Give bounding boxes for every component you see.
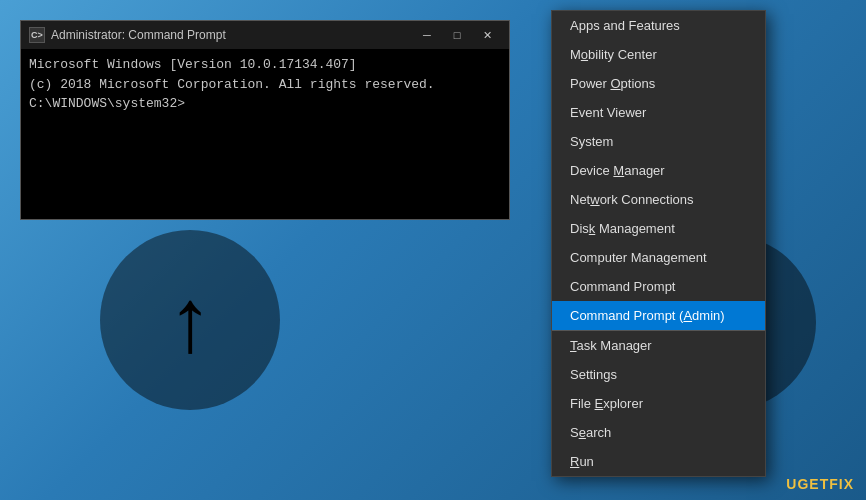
menu-item-settings[interactable]: Settings [552,360,765,389]
cmd-window-icon: C> [29,27,45,43]
context-menu: Apps and FeaturesMobility CenterPower Op… [551,10,766,477]
cmd-title-text: Administrator: Command Prompt [51,28,407,42]
cmd-body: Microsoft Windows [Version 10.0.17134.40… [21,49,509,219]
menu-item-computer-management[interactable]: Computer Management [552,243,765,272]
menu-item-apps-features[interactable]: Apps and Features [552,11,765,40]
cmd-window: C> Administrator: Command Prompt ─ □ ✕ M… [20,20,510,220]
menu-item-task-manager[interactable]: Task Manager [552,330,765,360]
decorative-circle-left: ↑ [100,230,280,410]
cmd-controls: ─ □ ✕ [413,25,501,45]
menu-item-command-prompt[interactable]: Command Prompt [552,272,765,301]
menu-item-power-options[interactable]: Power Options [552,69,765,98]
cmd-line1: Microsoft Windows [Version 10.0.17134.40… [29,55,501,75]
menu-item-system[interactable]: System [552,127,765,156]
menu-item-run[interactable]: Run [552,447,765,476]
cmd-titlebar: C> Administrator: Command Prompt ─ □ ✕ [21,21,509,49]
cmd-line2: (c) 2018 Microsoft Corporation. All righ… [29,75,501,95]
cmd-line4: C:\WINDOWS\system32> [29,94,501,114]
menu-item-command-prompt-admin[interactable]: Command Prompt (Admin) [552,301,765,330]
menu-item-device-manager[interactable]: Device Manager [552,156,765,185]
close-button[interactable]: ✕ [473,25,501,45]
watermark-prefix: UG [786,476,809,492]
menu-item-event-viewer[interactable]: Event Viewer [552,98,765,127]
menu-item-mobility-center[interactable]: Mobility Center [552,40,765,69]
watermark-suffix: FIX [829,476,854,492]
menu-item-disk-management[interactable]: Disk Management [552,214,765,243]
menu-item-network-connections[interactable]: Network Connections [552,185,765,214]
maximize-button[interactable]: □ [443,25,471,45]
watermark: UGETFIX [786,476,854,492]
menu-item-search[interactable]: Search [552,418,765,447]
up-arrow-icon: ↑ [168,275,213,365]
watermark-highlight: ET [809,476,829,492]
menu-item-file-explorer[interactable]: File Explorer [552,389,765,418]
minimize-button[interactable]: ─ [413,25,441,45]
